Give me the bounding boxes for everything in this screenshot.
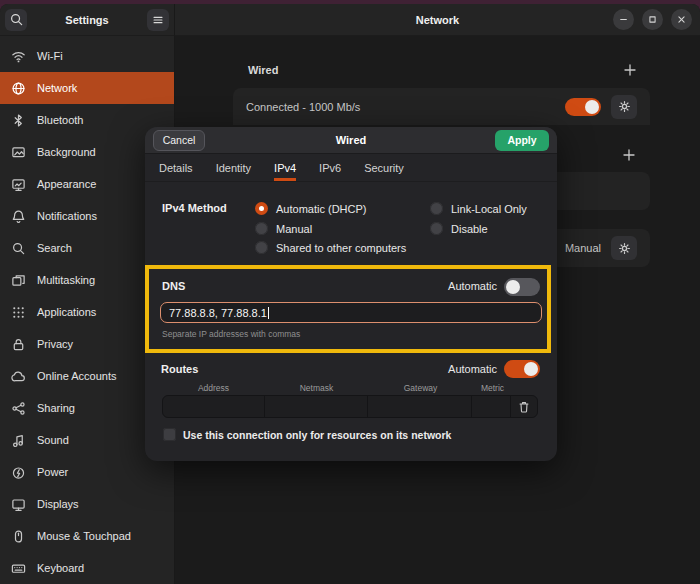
menu-button[interactable]: [147, 9, 169, 31]
sidebar-item-label: Privacy: [37, 338, 73, 350]
toggle-knob: [506, 280, 520, 294]
hamburger-menu-icon: [151, 13, 165, 27]
routes-column-header-netmask: Netmask: [265, 383, 368, 393]
radio-option-automatic-dhcp[interactable]: Automatic (DHCP): [255, 202, 366, 215]
minimize-button[interactable]: [613, 9, 634, 30]
tab-security[interactable]: Security: [364, 154, 404, 181]
radio-label: Manual: [276, 223, 312, 235]
sidebar-item-network[interactable]: Network: [0, 72, 174, 104]
radio-label: Shared to other computers: [276, 242, 406, 254]
applications-icon: [11, 305, 26, 320]
power-icon: [11, 465, 26, 480]
routes-table-row: [162, 395, 538, 418]
routes-input-metric[interactable]: [472, 396, 511, 417]
radio-label: Link-Local Only: [451, 203, 527, 215]
maximize-icon: [646, 13, 659, 26]
radio-icon: [430, 202, 443, 215]
connection-status-label: Connected - 1000 Mb/s: [246, 101, 360, 113]
dns-input-value: 77.88.8.8, 77.88.8.1: [169, 307, 267, 319]
dialog-body: IPv4 Method Automatic (DHCP)ManualShared…: [145, 182, 557, 461]
network-icon: [11, 81, 26, 96]
wired-connection-toggle[interactable]: [565, 98, 601, 116]
background-icon: [11, 145, 26, 160]
multitasking-icon: [11, 273, 26, 288]
sidebar-item-mouse-touchpad[interactable]: Mouse & Touchpad: [0, 520, 174, 552]
sharing-icon: [11, 401, 26, 416]
only-this-network-label: Use this connection only for resources o…: [183, 429, 451, 441]
routes-column-header-metric: Metric: [473, 383, 512, 393]
wired-section-title: Wired: [248, 64, 278, 76]
plus-icon: [621, 147, 637, 163]
tab-identity[interactable]: Identity: [216, 154, 251, 181]
add-wired-connection-button[interactable]: [621, 61, 639, 79]
sidebar-item-label: Background: [37, 146, 96, 158]
sidebar-item-label: Search: [37, 242, 72, 254]
gear-icon: [617, 99, 632, 114]
radio-option-shared-to-other-computers[interactable]: Shared to other computers: [255, 241, 406, 254]
text-caret: [268, 307, 269, 319]
proxy-settings-button[interactable]: [611, 236, 637, 260]
gear-icon: [617, 241, 632, 256]
radio-option-manual[interactable]: Manual: [255, 222, 312, 235]
radio-option-link-local-only[interactable]: Link-Local Only: [430, 202, 527, 215]
dialog-tabbar: DetailsIdentityIPv4IPv6Security: [145, 154, 557, 182]
screen: Settings Network Wi-FiNetworkBluetoothB: [0, 0, 700, 584]
radio-icon: [255, 222, 268, 235]
routes-input-gateway[interactable]: [368, 396, 472, 417]
tab-ipv4[interactable]: IPv4: [274, 154, 296, 181]
radio-option-disable[interactable]: Disable: [430, 222, 488, 235]
sidebar-item-label: Sound: [37, 434, 69, 446]
cloud-icon: [11, 369, 26, 384]
routes-input-address[interactable]: [163, 396, 265, 417]
notifications-icon: [11, 209, 26, 224]
sidebar-item-keyboard[interactable]: Keyboard: [0, 552, 174, 584]
window-controls: [613, 4, 692, 35]
plus-icon: [622, 62, 638, 78]
radio-icon: [255, 241, 268, 254]
cancel-button[interactable]: Cancel: [153, 130, 205, 151]
appearance-icon: [11, 177, 26, 192]
sidebar-item-label: Displays: [37, 498, 79, 510]
dns-automatic-label: Automatic: [448, 280, 497, 292]
wired-connection-row[interactable]: Connected - 1000 Mb/s: [233, 88, 650, 125]
add-vpn-button[interactable]: [620, 146, 638, 164]
radio-label: Automatic (DHCP): [276, 203, 366, 215]
keyboard-icon: [11, 561, 26, 576]
tab-details[interactable]: Details: [159, 154, 193, 181]
sidebar-item-label: Appearance: [37, 178, 96, 190]
sidebar-item-label: Wi-Fi: [37, 50, 63, 62]
close-button[interactable]: [671, 9, 692, 30]
routes-column-header-gateway: Gateway: [368, 383, 473, 393]
toggle-knob: [585, 100, 599, 114]
routes-table-headers: AddressNetmaskGatewayMetric: [162, 383, 512, 393]
sidebar-item-label: Multitasking: [37, 274, 95, 286]
displays-icon: [11, 497, 26, 512]
dns-input[interactable]: 77.88.8.8, 77.88.8.1: [160, 302, 542, 323]
dns-automatic-toggle[interactable]: [504, 278, 540, 296]
main-headerbar: Network: [175, 4, 700, 36]
only-this-network-checkbox[interactable]: [163, 428, 176, 441]
wired-settings-button[interactable]: [611, 95, 637, 119]
radio-icon: [255, 202, 268, 215]
sidebar-headerbar: Settings: [0, 4, 175, 36]
sound-icon: [11, 433, 26, 448]
routes-automatic-toggle[interactable]: [504, 360, 540, 378]
maximize-button[interactable]: [642, 9, 663, 30]
dialog-header: Cancel Wired Apply: [145, 127, 557, 154]
trash-icon: [517, 400, 531, 414]
sidebar-item-label: Sharing: [37, 402, 75, 414]
sidebar-item-displays[interactable]: Displays: [0, 488, 174, 520]
privacy-icon: [11, 337, 26, 352]
mouse-icon: [11, 529, 26, 544]
apply-button[interactable]: Apply: [495, 130, 549, 151]
routes-input-netmask[interactable]: [265, 396, 367, 417]
delete-route-button[interactable]: [511, 396, 537, 417]
sidebar-item-label: Online Accounts: [37, 370, 117, 382]
tab-ipv6[interactable]: IPv6: [319, 154, 341, 181]
radio-icon: [430, 222, 443, 235]
sidebar-item-wi-fi[interactable]: Wi-Fi: [0, 40, 174, 72]
search-icon: [11, 241, 26, 256]
search-button[interactable]: [5, 9, 27, 31]
sidebar-item-label: Bluetooth: [37, 114, 83, 126]
app-title: Settings: [65, 14, 108, 26]
